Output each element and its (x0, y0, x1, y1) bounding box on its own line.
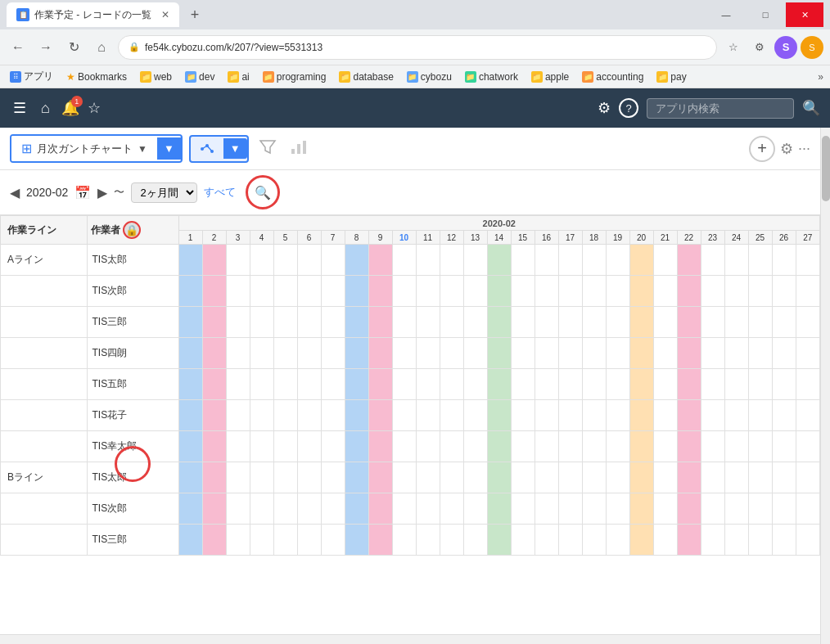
day-cell[interactable] (273, 400, 297, 431)
day-cell[interactable] (416, 493, 440, 525)
day-cell[interactable] (487, 462, 511, 493)
day-cell[interactable] (440, 245, 463, 276)
day-cell[interactable] (345, 400, 368, 431)
forward-button[interactable]: → (34, 36, 57, 59)
day-cell[interactable] (178, 369, 202, 400)
day-cell[interactable] (582, 525, 606, 556)
prev-month-button[interactable]: ◀ (10, 185, 20, 200)
day-cell[interactable] (606, 462, 629, 493)
day-cell[interactable] (724, 431, 748, 462)
day-cell[interactable] (796, 307, 819, 338)
day-cell[interactable] (345, 369, 368, 400)
day-cell[interactable] (345, 338, 368, 369)
day-cell[interactable] (796, 338, 819, 369)
day-cell[interactable] (226, 307, 250, 338)
day-cell[interactable] (487, 400, 511, 431)
day-cell[interactable] (345, 431, 368, 462)
day-cell[interactable] (629, 493, 653, 525)
day-cell[interactable] (226, 338, 250, 369)
day-cell[interactable] (416, 338, 440, 369)
day-cell[interactable] (701, 307, 724, 338)
view-selector[interactable]: ⊞ 月次ガントチャート ▼ ▼ (10, 134, 183, 163)
next-month-button[interactable]: ▶ (97, 185, 107, 200)
day-cell[interactable] (178, 307, 202, 338)
day-cell[interactable] (321, 276, 345, 307)
day-cell[interactable] (178, 462, 202, 493)
day-cell[interactable] (392, 338, 416, 369)
day-cell[interactable] (653, 493, 677, 525)
day-cell[interactable] (416, 307, 440, 338)
bookmark-programing[interactable]: 📁 programing (259, 70, 330, 84)
day-cell[interactable] (297, 462, 321, 493)
day-cell[interactable] (178, 431, 202, 462)
day-cell[interactable] (250, 338, 273, 369)
day-cell[interactable] (202, 369, 226, 400)
day-cell[interactable] (368, 307, 392, 338)
day-cell[interactable] (202, 400, 226, 431)
day-cell[interactable] (629, 245, 653, 276)
day-cell[interactable] (392, 400, 416, 431)
day-cell[interactable] (250, 493, 273, 525)
day-cell[interactable] (511, 307, 535, 338)
day-cell[interactable] (558, 276, 582, 307)
day-cell[interactable] (273, 493, 297, 525)
day-cell[interactable] (629, 307, 653, 338)
day-cell[interactable] (250, 462, 273, 493)
day-cell[interactable] (440, 431, 463, 462)
day-cell[interactable] (772, 400, 796, 431)
day-cell[interactable] (748, 431, 772, 462)
day-cell[interactable] (273, 276, 297, 307)
notification-bell[interactable]: 🔔 1 (61, 99, 79, 117)
more-options-button[interactable]: ··· (798, 140, 810, 157)
day-cell[interactable] (629, 525, 653, 556)
day-cell[interactable] (772, 245, 796, 276)
day-cell[interactable] (653, 276, 677, 307)
day-cell[interactable] (511, 400, 535, 431)
bookmark-apple[interactable]: 📁 apple (528, 70, 572, 84)
all-filter-label[interactable]: すべて (204, 185, 236, 200)
day-cell[interactable] (558, 307, 582, 338)
add-record-button[interactable]: + (749, 136, 775, 162)
search-circle-button[interactable]: 🔍 (246, 175, 280, 209)
day-cell[interactable] (440, 338, 463, 369)
minimize-button[interactable]: — (707, 2, 745, 27)
horizontal-scrollbar[interactable] (0, 634, 820, 644)
day-cell[interactable] (463, 369, 487, 400)
day-cell[interactable] (677, 462, 701, 493)
day-cell[interactable] (606, 338, 629, 369)
day-cell[interactable] (226, 462, 250, 493)
day-cell[interactable] (463, 245, 487, 276)
day-cell[interactable] (392, 493, 416, 525)
day-cell[interactable] (273, 245, 297, 276)
close-button[interactable]: ✕ (786, 2, 823, 27)
day-cell[interactable] (392, 431, 416, 462)
day-cell[interactable] (606, 245, 629, 276)
day-cell[interactable] (558, 369, 582, 400)
day-cell[interactable] (748, 307, 772, 338)
day-cell[interactable] (345, 307, 368, 338)
day-cell[interactable] (748, 245, 772, 276)
app-settings-button[interactable]: ⚙ (780, 140, 793, 158)
day-cell[interactable] (535, 431, 558, 462)
home-button[interactable]: ⌂ (90, 36, 113, 59)
day-cell[interactable] (440, 369, 463, 400)
bookmark-web[interactable]: 📁 web (137, 70, 175, 84)
day-cell[interactable] (701, 369, 724, 400)
day-cell[interactable] (606, 276, 629, 307)
day-cell[interactable] (796, 431, 819, 462)
day-cell[interactable] (297, 493, 321, 525)
day-cell[interactable] (748, 462, 772, 493)
day-cell[interactable] (321, 338, 345, 369)
day-cell[interactable] (178, 525, 202, 556)
day-cell[interactable] (629, 369, 653, 400)
day-cell[interactable] (368, 276, 392, 307)
day-cell[interactable] (606, 431, 629, 462)
day-cell[interactable] (487, 307, 511, 338)
day-cell[interactable] (273, 462, 297, 493)
day-cell[interactable] (202, 462, 226, 493)
day-cell[interactable] (724, 276, 748, 307)
help-icon[interactable]: ? (619, 98, 638, 118)
maximize-button[interactable]: □ (747, 2, 784, 27)
day-cell[interactable] (511, 338, 535, 369)
day-cell[interactable] (772, 338, 796, 369)
